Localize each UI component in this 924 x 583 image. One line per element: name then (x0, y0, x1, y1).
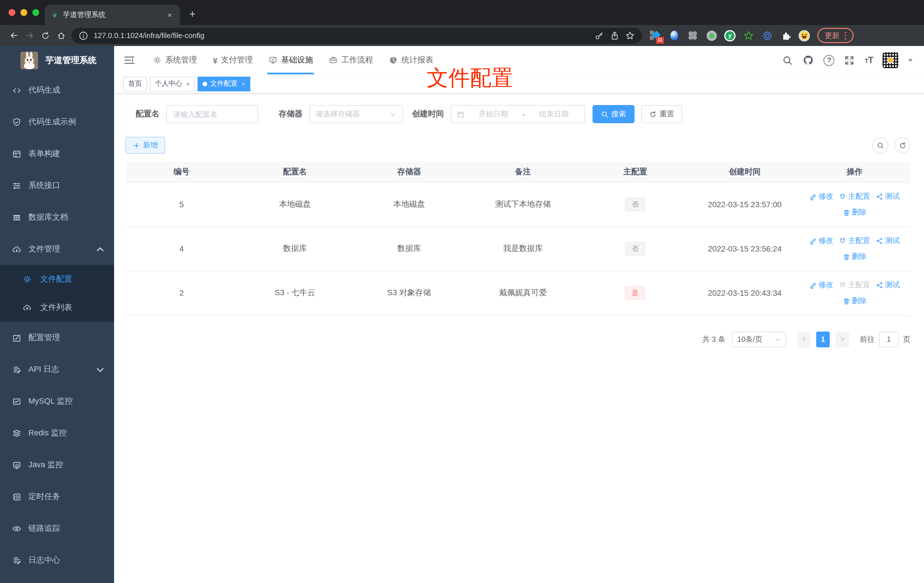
refresh-icon (899, 142, 906, 149)
minimize-window-button[interactable] (20, 9, 27, 16)
monitor-icon (12, 460, 21, 470)
search-icon[interactable] (782, 55, 793, 66)
date-range-picker[interactable]: 开始日期 - 结束日期 (450, 105, 585, 123)
fullscreen-icon[interactable] (844, 55, 855, 66)
goto-page-input[interactable] (879, 331, 898, 347)
avatar[interactable] (883, 52, 898, 68)
new-tab-button[interactable]: + (186, 8, 199, 20)
url-text[interactable]: 127.0.0.1:1024/infra/file/file-config (94, 31, 589, 40)
sidebar-item-scheduled-tasks[interactable]: 定时任务 (0, 481, 114, 513)
table-icon (12, 213, 21, 222)
sidebar-item-config-management[interactable]: 配置管理 (0, 322, 114, 353)
edit-link[interactable]: 修改 (810, 190, 833, 203)
reset-button[interactable]: 重置 (641, 105, 682, 123)
browser-tab[interactable]: 芋道管理系统 × (45, 5, 180, 25)
topnav-workflow[interactable]: 工作流程 (321, 46, 381, 74)
code-icon (12, 86, 21, 95)
cloud-download-icon (12, 244, 21, 254)
font-size-icon[interactable]: TT (865, 55, 873, 65)
page-unit-label: 页 (903, 334, 911, 344)
sidebar-item-redis-monitor[interactable]: Redis 监控 (0, 417, 114, 449)
topnav-payment-management[interactable]: ¥ 支付管理 (205, 46, 261, 74)
config-name-input[interactable] (166, 105, 258, 123)
sidebar-item-db-doc[interactable]: 数据库文档 (0, 201, 114, 233)
extensions-puzzle-icon[interactable] (780, 30, 792, 41)
back-icon[interactable] (6, 28, 21, 43)
edit-link[interactable]: 修改 (810, 234, 833, 248)
sidebar-item-mysql-monitor[interactable]: MySQL 监控 (0, 385, 114, 417)
tag-home[interactable]: 首页 (123, 76, 147, 91)
site-info-icon[interactable] (78, 30, 89, 41)
storage-select[interactable]: 请选择存储器 (309, 105, 403, 123)
page-size-select[interactable]: 10条/页 (732, 331, 786, 347)
timer-icon (12, 492, 21, 502)
chevron-up-icon (95, 244, 105, 254)
browser-window: 芋道管理系统 × + 127.0.0.1:1024/infra/file/fil… (0, 0, 924, 583)
browser-menu-icon[interactable] (845, 31, 846, 40)
end-date-placeholder[interactable]: 结束日期 (529, 109, 579, 119)
sidebar-item-form-builder[interactable]: 表单构建 (0, 138, 114, 170)
extension-kite-icon[interactable]: 11 (649, 30, 661, 41)
chrome-update-button[interactable]: 更新 (817, 28, 854, 43)
set-master-link[interactable]: 主配置 (839, 234, 870, 248)
delete-link[interactable]: 删除 (843, 294, 867, 308)
bookmark-star-icon[interactable] (625, 30, 635, 41)
password-key-icon[interactable] (594, 30, 604, 41)
goto-page: 前往 页 (860, 331, 911, 347)
delete-link[interactable]: 删除 (843, 205, 867, 219)
sidebar-collapse-icon[interactable] (123, 54, 136, 66)
page-number-current[interactable]: 1 (816, 331, 830, 347)
help-icon[interactable]: ? (824, 55, 835, 66)
sidebar-item-code-generation[interactable]: 代码生成 (0, 74, 114, 106)
app-frame: 芋道管理系统 代码生成 代码生成示例 表单构建 系统接口 数据库文档 (0, 46, 924, 583)
sidebar-item-file-config[interactable]: 文件配置 (0, 265, 114, 294)
chevron-left-icon (800, 336, 807, 342)
test-link[interactable]: 测试 (876, 278, 900, 292)
github-icon[interactable] (803, 55, 814, 66)
table-row: 5 本地磁盘 本地磁盘 测试下本地存储 否 2022-03-15 23:57:0… (125, 182, 911, 226)
extension-blue-eye-icon[interactable] (761, 30, 773, 41)
set-master-link[interactable]: 主配置 (839, 190, 870, 203)
home-icon[interactable] (53, 28, 69, 43)
close-icon[interactable]: × (241, 80, 245, 87)
refresh-table-button[interactable] (894, 137, 911, 153)
sidebar-item-java-monitor[interactable]: Java 监控 (0, 449, 114, 481)
start-date-placeholder[interactable]: 开始日期 (468, 109, 518, 119)
edit-link[interactable]: 修改 (810, 278, 833, 292)
extension-clover-icon[interactable] (687, 30, 699, 41)
close-window-button[interactable] (8, 9, 15, 16)
share-icon[interactable] (610, 30, 620, 41)
sidebar-item-tracing[interactable]: 链路追踪 (0, 513, 114, 544)
search-button[interactable]: 搜索 (592, 105, 635, 123)
sidebar-item-file-management[interactable]: 文件管理 (0, 233, 114, 265)
address-bar[interactable]: 127.0.0.1:1024/infra/file/file-config (71, 28, 642, 43)
extension-green-star-icon[interactable] (742, 30, 754, 41)
reload-icon[interactable] (38, 28, 53, 43)
sidebar-item-api-log[interactable]: API 日志 (0, 353, 114, 385)
extension-emoji-icon[interactable] (799, 30, 810, 41)
tab-title: 芋道管理系统 (63, 10, 161, 20)
sidebar-item-code-demo[interactable]: 代码生成示例 (0, 106, 114, 138)
close-icon[interactable]: × (186, 80, 190, 87)
add-button[interactable]: 新增 (125, 137, 165, 154)
show-search-button[interactable] (872, 137, 888, 153)
extension-balloon-icon[interactable] (668, 30, 680, 41)
extension-grey-circle-icon[interactable] (706, 30, 718, 41)
test-link[interactable]: 测试 (876, 234, 900, 248)
extension-green-y-icon[interactable]: y (724, 30, 736, 41)
prev-page-button[interactable] (797, 331, 810, 347)
sidebar-item-system-api[interactable]: 系统接口 (0, 170, 114, 201)
caret-down-icon[interactable] (908, 59, 912, 64)
tag-file-config[interactable]: 文件配置 × (198, 76, 250, 91)
test-link[interactable]: 测试 (876, 190, 900, 203)
maximize-window-button[interactable] (32, 9, 39, 16)
topnav-infrastructure[interactable]: 基础设施 (261, 46, 321, 74)
next-page-button[interactable] (835, 331, 849, 347)
sidebar-item-log-center[interactable]: 日志中心 (0, 544, 114, 576)
tab-close-icon[interactable]: × (165, 10, 174, 19)
delete-link[interactable]: 删除 (843, 250, 867, 263)
sidebar-item-file-list[interactable]: 文件列表 (0, 294, 114, 322)
topnav-system-management[interactable]: 系统管理 (145, 46, 205, 74)
forward-icon[interactable] (21, 28, 38, 43)
tag-profile[interactable]: 个人中心 × (150, 76, 195, 91)
